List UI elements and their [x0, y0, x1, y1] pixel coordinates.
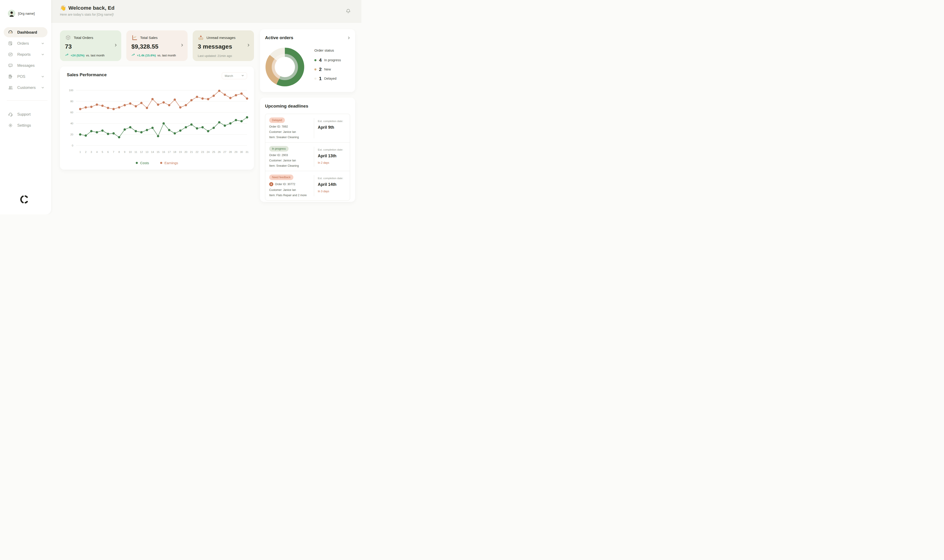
month-dropdown[interactable]: March [222, 72, 247, 79]
chevron-right-icon[interactable] [247, 43, 250, 47]
sidebar-item-reports[interactable]: Reports [4, 49, 48, 59]
chevron-down-icon [41, 53, 44, 56]
svg-text:13: 13 [145, 151, 148, 153]
sidebar-item-label: Settings [17, 123, 44, 128]
notifications-button[interactable] [345, 8, 351, 14]
stat-card-head: Total Sales [131, 35, 182, 41]
stat-trend: +1.4k (15.6%) [137, 54, 156, 57]
chevron-right-icon[interactable] [347, 36, 350, 40]
org-selector[interactable]: [Org name] [8, 10, 35, 17]
deadline-customer: Customer: Janice Ian [269, 130, 312, 134]
app-logo-icon [20, 195, 29, 204]
deadline-order-id-text: Order ID: 30772 [275, 183, 295, 186]
deadline-item: Item: Sneaker Cleaning [269, 135, 312, 139]
svg-text:27: 27 [223, 151, 226, 153]
sidebar-item-pos[interactable]: POS [4, 71, 48, 82]
page-subtitle: Here are today's stats for [Org name]! [60, 13, 114, 16]
sidebar-item-support[interactable]: Support [4, 109, 48, 119]
sidebar-item-customers[interactable]: Customers [4, 82, 48, 92]
sidebar-item-label: POS [17, 74, 41, 79]
stats-row: Total Orders73+24 (52%)vs. last monthTot… [60, 31, 254, 61]
order-status-donut-hole [275, 57, 295, 77]
status-label: New [324, 68, 331, 71]
active-orders-card: Active orders Order status 4In progress2… [260, 29, 355, 92]
svg-text:17: 17 [168, 151, 171, 153]
deadline-order-id: Order ID: 7892 [269, 125, 312, 128]
sidebar-item-settings[interactable]: Settings [4, 120, 48, 130]
chevron-down-icon [41, 86, 44, 89]
svg-text:10: 10 [129, 151, 132, 153]
svg-text:8: 8 [119, 151, 120, 153]
stat-card-total-sales: Total Sales$9,328.55+1.4k (15.6%)vs. las… [126, 31, 188, 61]
reports-icon [8, 52, 13, 57]
sidebar-divider [7, 100, 48, 101]
status-badge: Delayed [269, 117, 285, 123]
svg-text:20: 20 [184, 151, 187, 153]
svg-text:15: 15 [156, 151, 159, 153]
deadline-row[interactable]: DelayedOrder ID: 7892Customer: Janice Ia… [265, 114, 350, 142]
legend-item-earnings: Earnings [160, 161, 178, 165]
sales-performance-title: Sales Performance [67, 72, 107, 77]
status-dot [315, 68, 316, 71]
svg-text:31: 31 [246, 151, 249, 153]
status-count: 1 [319, 76, 322, 81]
deadline-row[interactable]: In progressOrder ID: 2903Customer: Janic… [265, 142, 350, 171]
svg-text:19: 19 [179, 151, 182, 153]
deadline-customer: Customer: Janice Ian [269, 188, 312, 192]
deadline-date-col: Est. completion date:April 13thIn 2 days [314, 147, 350, 167]
main-header: 👋Welcome back, Ed Here are today's stats… [51, 0, 361, 22]
svg-text:9: 9 [124, 151, 125, 153]
sidebar-item-label: Reports [17, 52, 41, 57]
deadline-order-id-text: Order ID: 7892 [269, 125, 288, 128]
headset-icon [8, 112, 13, 117]
stat-value: $9,328.55 [131, 43, 182, 50]
svg-text:23: 23 [201, 151, 204, 153]
svg-text:26: 26 [218, 151, 221, 153]
org-name: [Org name] [18, 12, 35, 15]
sales-performance-card: 0204060801001234567891011121314151617181… [60, 66, 254, 170]
deadline-date: April 14th [318, 182, 350, 187]
svg-text:60: 60 [70, 111, 73, 114]
deadline-row[interactable]: Need feedbackOrder ID: 30772Customer: Ja… [265, 171, 350, 200]
svg-text:0: 0 [72, 144, 73, 147]
svg-text:2: 2 [85, 151, 86, 153]
svg-text:4: 4 [96, 151, 98, 153]
status-dot [315, 59, 316, 61]
sidebar-item-label: Dashboard [17, 30, 44, 35]
sidebar-item-messages[interactable]: Messages [4, 60, 48, 71]
sidebar-item-orders[interactable]: Orders [4, 38, 48, 48]
month-dropdown-value: March [225, 74, 233, 78]
svg-text:21: 21 [190, 151, 193, 153]
legend-label: Costs [140, 161, 149, 165]
deadline-item: Item: Flats Repair and 2 more [269, 194, 312, 197]
chevron-right-icon[interactable] [114, 43, 117, 47]
stat-label: Total Orders [74, 36, 93, 40]
svg-text:28: 28 [229, 151, 232, 153]
order-status-legend-title: Order status [315, 48, 341, 52]
deadline-customer: Customer: Janice Ian [269, 159, 312, 162]
sidebar: [Org name] DashboardOrdersReportsMessage… [0, 0, 51, 214]
sidebar-item-label: Orders [17, 41, 41, 46]
sidebar-nav: DashboardOrdersReportsMessagesPOSCustome… [4, 27, 48, 94]
stat-foot: +24 (52%)vs. last month [65, 53, 105, 58]
svg-text:1: 1 [80, 151, 81, 153]
sidebar-item-dashboard[interactable]: Dashboard [4, 27, 48, 37]
sales-performance-chart: 0204060801001234567891011121314151617181… [60, 66, 254, 170]
deadline-details: In progressOrder ID: 2903Customer: Janic… [265, 146, 314, 168]
legend-item-costs: Costs [136, 161, 149, 165]
app: [Org name] DashboardOrdersReportsMessage… [0, 0, 361, 214]
chevron-right-icon[interactable] [180, 43, 184, 47]
stat-trend: +24 (52%) [71, 54, 84, 57]
deadline-item: Item: Sneaker Cleaning [269, 164, 312, 168]
svg-text:7: 7 [113, 151, 114, 153]
deadline-due: In 2 days [318, 161, 350, 165]
greeting-text: Welcome back, Ed [68, 5, 114, 11]
deadline-est-label: Est. completion date: [318, 148, 350, 151]
chart-legend: CostsEarnings [60, 161, 254, 165]
inbox-icon [198, 35, 204, 41]
svg-text:5: 5 [102, 151, 103, 153]
order-status-item: 1Delayed [315, 76, 341, 81]
svg-text:14: 14 [151, 151, 154, 153]
deadline-est-label: Est. completion date: [318, 177, 350, 180]
gauge-icon [8, 30, 13, 35]
